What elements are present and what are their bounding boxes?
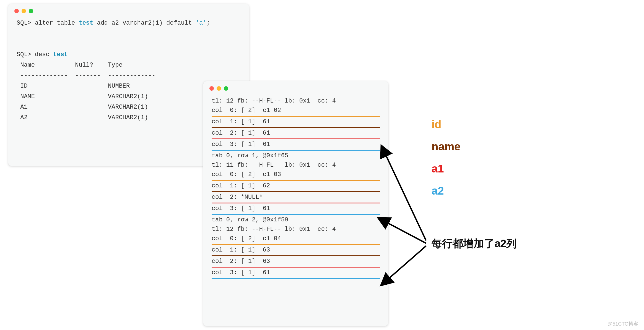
sql-prompt: SQL>: [17, 51, 31, 58]
stmt-end: ;: [207, 20, 210, 27]
dump-line: tab 0, row 2, @0x1f59: [212, 215, 380, 225]
dump-line: col 3: [ 1] 61: [212, 204, 380, 213]
legend-id: id: [432, 113, 461, 135]
dump-line: tl: 12 fb: --H-FL-- lb: 0x1 cc: 4: [212, 96, 380, 106]
separator-orange: [212, 116, 380, 117]
close-icon: [14, 9, 19, 13]
desc-divider: ------------- ------- -------------: [17, 72, 155, 79]
block-dump: tl: 12 fb: --H-FL-- lb: 0x1 cc: 4col 0: …: [203, 94, 388, 288]
dump-line: col 3: [ 1] 61: [212, 268, 380, 277]
dump-line: col 0: [ 2] c1 04: [212, 234, 380, 243]
dump-line: col 1: [ 1] 63: [212, 245, 380, 255]
dump-line: col 3: [ 1] 61: [212, 140, 380, 149]
separator-brown: [212, 127, 380, 128]
titlebar: [203, 81, 388, 94]
dump-line: col 2: [ 1] 63: [212, 257, 380, 266]
desc-header: Name Null? Type: [17, 62, 123, 69]
dump-line: tab 0, row 1, @0x1f65: [212, 151, 380, 161]
desc-row: ID NUMBER NAME VARCHAR2(1) A1 VARCHAR2(1…: [17, 83, 148, 121]
watermark: @51CTO博客: [607, 321, 638, 327]
traffic-lights: [209, 86, 228, 91]
dump-line: tl: 11 fb: --H-FL-- lb: 0x1 cc: 4: [212, 161, 380, 170]
string-literal: 'a': [196, 20, 207, 27]
dump-line: col 2: [ 1] 61: [212, 129, 380, 138]
token-test: test: [79, 20, 93, 27]
legend-name: name: [432, 135, 461, 158]
separator-brown: [212, 191, 380, 192]
separator-brown: [212, 255, 380, 256]
zoom-icon: [29, 9, 33, 13]
minimize-icon: [217, 86, 221, 91]
legend-a2: a2: [432, 180, 461, 202]
titlebar: [8, 4, 249, 17]
separator-orange: [212, 180, 380, 181]
column-legend: id name a1 a2: [432, 113, 461, 202]
token-test: test: [53, 51, 68, 58]
traffic-lights: [14, 9, 33, 13]
dump-line: col 1: [ 1] 61: [212, 117, 380, 127]
dump-line: col 1: [ 1] 62: [212, 181, 380, 191]
dump-line: col 2: *NULL*: [212, 193, 380, 202]
caption: 每行都增加了a2列: [432, 237, 517, 251]
separator-blue: [212, 214, 380, 215]
separator-red: [212, 203, 380, 203]
close-icon: [209, 86, 214, 91]
separator-blue: [212, 150, 380, 151]
separator-red: [212, 267, 380, 268]
alter-stmt-pre: alter table: [31, 20, 79, 27]
alter-stmt-mid: add a2 varchar2(1) default: [93, 20, 196, 27]
svg-line-2: [382, 246, 426, 285]
legend-a1: a1: [432, 158, 461, 180]
dump-line: col 0: [ 2] c1 03: [212, 170, 380, 179]
separator-blue: [212, 278, 380, 279]
svg-line-0: [382, 146, 426, 240]
desc-pre: desc: [31, 51, 53, 58]
separator-orange: [212, 244, 380, 245]
dump-line: col 0: [ 2] c1 02: [212, 106, 380, 115]
minimize-icon: [22, 9, 26, 13]
zoom-icon: [224, 86, 228, 91]
sql-prompt: SQL>: [17, 20, 31, 27]
dump-window: tl: 12 fb: --H-FL-- lb: 0x1 cc: 4col 0: …: [203, 81, 388, 326]
separator-red: [212, 138, 380, 139]
dump-line: tl: 12 fb: --H-FL-- lb: 0x1 cc: 4: [212, 225, 380, 234]
